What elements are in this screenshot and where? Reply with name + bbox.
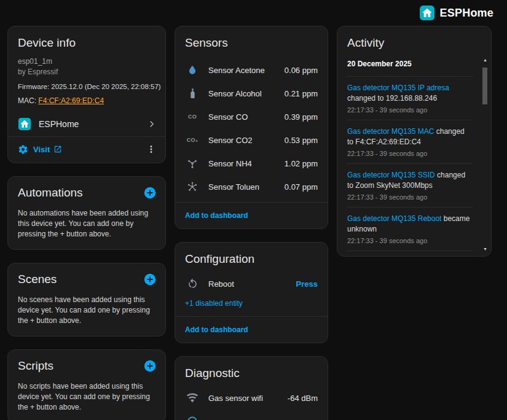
add-automation-button[interactable] — [143, 186, 157, 200]
scripts-empty-text: No scripts have been added using this de… — [8, 375, 165, 420]
molecule-icon — [185, 156, 200, 171]
entity-value: 1.02 ppm — [285, 159, 318, 168]
diagnostic-title: Diagnostic — [175, 357, 328, 386]
mac-label: MAC: — [18, 96, 38, 105]
esphome-logo-icon — [419, 5, 435, 21]
esphome-logo-icon — [18, 117, 31, 131]
gear-icon — [18, 144, 28, 155]
sensor-row-co[interactable]: CO Sensor CO 0.39 ppm — [175, 105, 328, 128]
scripts-card: Scripts No scripts have been added using… — [7, 349, 166, 420]
log-text: Gas detector MQ135 IP adresa changed to … — [347, 83, 473, 104]
activity-title: Activity — [337, 26, 491, 56]
co-molecule-icon: CO — [185, 109, 200, 124]
entity-name: Sensor NH4 — [208, 159, 276, 168]
entity-name: Reboot — [208, 279, 288, 289]
molecule-hub-icon — [185, 179, 200, 194]
log-text: Gas detector MQ135 Reboot became unknown — [347, 214, 473, 235]
visit-row: Visit — [8, 136, 165, 163]
log-entry: Gas detector MQ135 MAC changed to F4:CF:… — [347, 120, 473, 164]
entity-name: Gas sensor wifi — [208, 394, 279, 403]
log-entry: Gas detector MQ135 IP adresa changed to — [347, 251, 473, 257]
brand: ESPHome — [419, 5, 493, 21]
log-time: 22:17:33 - 39 seconds ago — [347, 237, 473, 244]
log-entry: Gas detector MQ135 IP adresa changed to … — [347, 77, 473, 120]
activity-card: Activity 20 December 2025 Gas detector M… — [337, 26, 492, 257]
automations-empty-text: No automations have been added using thi… — [8, 202, 165, 249]
sensor-row-co2[interactable]: CO₂ Sensor CO2 0.53 ppm — [175, 128, 328, 152]
chevron-right-icon — [146, 118, 158, 130]
activity-log: 20 December 2025 Gas detector MQ135 IP a… — [337, 56, 491, 257]
entity-value: 0.06 ppm — [285, 66, 318, 75]
diagnostic-row-partial[interactable] — [175, 410, 328, 420]
device-info-title: Device info — [8, 26, 165, 56]
configuration-add-to-dashboard-link[interactable]: Add to dashboard — [175, 317, 328, 343]
log-text: Gas detector MQ135 MAC changed to F4:CF:… — [347, 126, 473, 147]
sensor-row-alcohol[interactable]: Sensor Alcohol 0.21 ppm — [175, 82, 328, 105]
add-script-button[interactable] — [143, 359, 157, 373]
column-right: Activity 20 December 2025 Gas detector M… — [337, 26, 492, 257]
entity-value: -64 dBm — [288, 394, 318, 403]
scroll-down-arrow[interactable]: ▼ — [483, 246, 487, 252]
entity-value: 0.39 ppm — [285, 112, 318, 122]
entity-name: Sensor CO — [208, 112, 276, 122]
sensor-row-toluen[interactable]: Sensor Toluen 0.07 ppm — [175, 175, 328, 198]
visit-link[interactable]: Visit — [33, 145, 62, 154]
log-entry: Gas detector MQ135 Reboot became unknown… — [347, 208, 473, 251]
app-header: ESPHome — [0, 0, 507, 26]
disabled-entities-link[interactable]: +1 disabled entity — [175, 295, 328, 316]
entity-name: Sensor Toluen — [208, 182, 276, 192]
entity-value: 0.21 ppm — [285, 89, 318, 98]
column-left: Device info esp01_1m by Espressif Firmwa… — [7, 26, 166, 420]
sensor-row-acetone[interactable]: Sensor Acetone 0.06 ppm — [175, 58, 328, 82]
sensors-add-to-dashboard-link[interactable]: Add to dashboard — [175, 203, 328, 228]
scenes-title: Scenes — [18, 273, 57, 286]
activity-scrollbar[interactable]: ▲ ▼ — [481, 57, 489, 252]
device-mac: MAC: F4:CF:A2:69:ED:C4 — [18, 96, 155, 105]
restart-icon — [185, 276, 200, 291]
visit-label: Visit — [33, 145, 50, 154]
add-scene-button[interactable] — [143, 273, 157, 286]
device-firmware: Firmware: 2025.12.0 (Dec 20 2025, 22:08:… — [18, 83, 155, 90]
mac-address-link[interactable]: F4:CF:A2:69:ED:C4 — [38, 96, 104, 105]
brand-name: ESPHome — [440, 7, 493, 20]
scroll-track[interactable] — [481, 63, 489, 246]
entity-value: 0.07 ppm — [285, 182, 318, 192]
diagnostic-row-wifi[interactable]: Gas sensor wifi -64 dBm — [175, 386, 328, 410]
water-drop-icon — [185, 63, 200, 77]
configuration-card: Configuration Reboot Press +1 disabled e… — [175, 242, 328, 343]
integration-row-esphome[interactable]: ESPHome — [8, 112, 165, 136]
sensors-list: Sensor Acetone 0.06 ppm Sensor Alcohol 0… — [175, 56, 328, 202]
co2-molecule-icon: CO₂ — [185, 133, 200, 147]
activity-date-header: 20 December 2025 — [347, 56, 473, 77]
integration-name: ESPHome — [39, 119, 138, 129]
log-entity-link[interactable]: Gas detector MQ135 Reboot — [347, 214, 441, 223]
reboot-press-button[interactable]: Press — [296, 279, 318, 289]
log-time: 22:17:33 - 39 seconds ago — [347, 193, 473, 201]
circle-icon — [185, 414, 200, 420]
config-row-reboot[interactable]: Reboot Press — [175, 272, 328, 295]
device-page: Device info esp01_1m by Espressif Firmwa… — [0, 26, 507, 420]
entity-value: 0.53 ppm — [285, 136, 318, 145]
diagnostic-card: Diagnostic Gas sensor wifi -64 dBm — [175, 356, 328, 420]
scroll-thumb[interactable] — [482, 68, 487, 104]
log-text: Gas detector MQ135 SSID changed to Zoom … — [347, 170, 473, 191]
scroll-up-arrow[interactable]: ▲ — [483, 57, 487, 63]
log-entity-link[interactable]: Gas detector MQ135 IP adresa — [347, 84, 449, 92]
log-entity-link[interactable]: Gas detector MQ135 SSID — [347, 171, 435, 179]
log-action: changed to 192.168.88.246 — [347, 94, 437, 103]
open-in-new-icon — [53, 145, 62, 154]
scenes-card: Scenes No scenes have been added using t… — [7, 263, 166, 336]
sensors-card: Sensors Sensor Acetone 0.06 ppm Sensor A… — [175, 26, 328, 229]
scenes-empty-text: No scenes have been added using this dev… — [8, 289, 165, 336]
device-info-card: Device info esp01_1m by Espressif Firmwa… — [7, 26, 166, 163]
configuration-title: Configuration — [175, 243, 328, 272]
log-entry: Gas detector MQ135 SSID changed to Zoom … — [347, 164, 473, 208]
entity-name: Sensor CO2 — [208, 136, 276, 145]
sensor-row-nh4[interactable]: Sensor NH4 1.02 ppm — [175, 152, 328, 175]
entity-name: Sensor Acetone — [208, 66, 276, 75]
automations-card: Automations No automations have been add… — [7, 176, 166, 250]
dots-vertical-menu[interactable] — [146, 144, 157, 155]
log-entity-link[interactable]: Gas detector MQ135 MAC — [347, 127, 434, 136]
bottle-icon — [185, 86, 200, 101]
log-time: 22:17:33 - 39 seconds ago — [347, 106, 473, 114]
